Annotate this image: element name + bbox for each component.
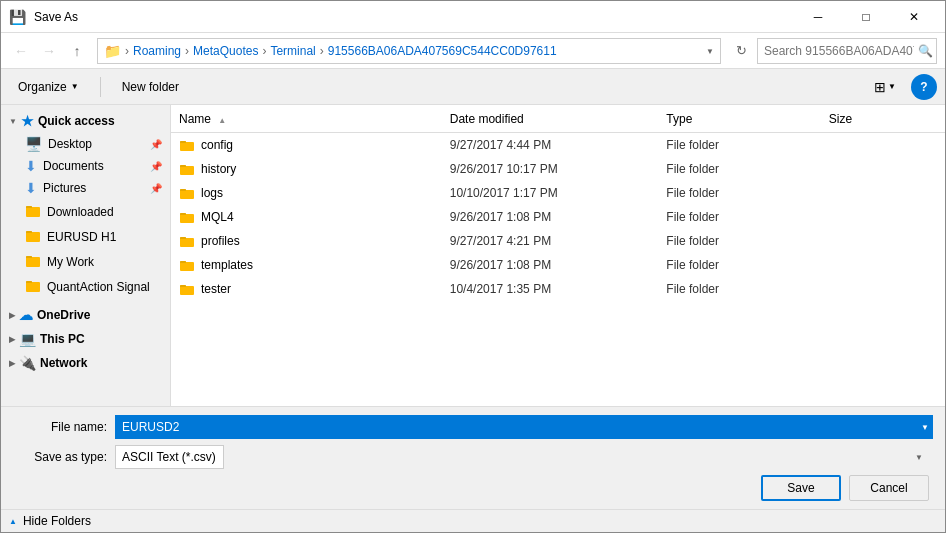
savetype-dropdown-icon (915, 453, 923, 462)
title-bar: 💾 Save As ─ □ ✕ (1, 1, 945, 33)
quick-access-star-icon: ★ (21, 113, 34, 129)
sidebar-section-network[interactable]: ▶ 🔌 Network (1, 351, 170, 375)
back-button[interactable]: ← (9, 39, 33, 63)
svg-rect-18 (180, 262, 194, 271)
my-work-label: My Work (47, 255, 94, 269)
quantaction-label: QuantAction Signal (47, 280, 150, 294)
svg-rect-1 (26, 206, 32, 208)
action-row: Save Cancel (17, 475, 929, 501)
search-input[interactable] (764, 44, 914, 58)
onedrive-chevron-icon: ▶ (9, 311, 15, 320)
desktop-label: Desktop (48, 137, 92, 151)
quick-access-chevron-icon: ▼ (9, 117, 17, 126)
file-row[interactable]: history 9/26/2017 10:17 PM File folder (171, 157, 945, 181)
svg-rect-7 (26, 281, 32, 283)
folder-icon (179, 137, 195, 153)
pictures-label: Pictures (43, 181, 86, 195)
sidebar-item-my-work[interactable]: My Work (1, 249, 170, 274)
view-button[interactable]: ⊞ ▼ (867, 74, 903, 100)
svg-rect-8 (180, 142, 194, 151)
maximize-button[interactable]: □ (843, 2, 889, 32)
svg-rect-3 (26, 231, 32, 233)
file-area: Name ▲ Date modified Type Size (171, 105, 945, 406)
svg-rect-0 (26, 207, 40, 217)
documents-folder-icon: ⬇ (25, 158, 37, 174)
file-list: config 9/27/2017 4:44 PM File folder his… (171, 133, 945, 406)
sidebar-item-documents[interactable]: ⬇ Documents 📌 (1, 155, 170, 177)
column-type-header[interactable]: Type (666, 112, 828, 126)
eurusd-label: EURUSD H1 (47, 230, 116, 244)
svg-rect-13 (180, 189, 186, 191)
breadcrumb-metaquotes[interactable]: MetaQuotes (193, 44, 258, 58)
column-date-header[interactable]: Date modified (450, 112, 667, 126)
file-row[interactable]: templates 9/26/2017 1:08 PM File folder (171, 253, 945, 277)
folder-icon (179, 185, 195, 201)
help-button[interactable]: ? (911, 74, 937, 100)
svg-rect-14 (180, 214, 194, 223)
svg-rect-6 (26, 282, 40, 292)
folder-icon (179, 161, 195, 177)
file-row[interactable]: config 9/27/2017 4:44 PM File folder (171, 133, 945, 157)
hide-folders-chevron-icon: ▲ (9, 517, 17, 526)
refresh-button[interactable]: ↻ (729, 38, 753, 64)
up-button[interactable]: ↑ (65, 39, 89, 63)
search-box: 🔍 (757, 38, 937, 64)
column-name-header[interactable]: Name ▲ (179, 112, 450, 126)
file-row[interactable]: profiles 9/27/2017 4:21 PM File folder (171, 229, 945, 253)
downloaded-folder-icon (25, 202, 41, 221)
column-size-header[interactable]: Size (829, 112, 937, 126)
sidebar-section-this-pc[interactable]: ▶ 💻 This PC (1, 327, 170, 351)
organize-button[interactable]: Organize ▼ (9, 74, 88, 100)
documents-label: Documents (43, 159, 104, 173)
filename-label: File name: (17, 420, 107, 434)
view-icon: ⊞ (874, 79, 886, 95)
organize-label: Organize (18, 80, 67, 94)
navigation-bar: ← → ↑ 📁 › Roaming › MetaQuotes › Termina… (1, 33, 945, 69)
sidebar-item-downloaded[interactable]: Downloaded (1, 199, 170, 224)
network-label: Network (40, 356, 87, 370)
cancel-button[interactable]: Cancel (849, 475, 929, 501)
sidebar-item-eurusd-h1[interactable]: EURUSD H1 (1, 224, 170, 249)
organize-chevron-icon: ▼ (71, 82, 79, 91)
file-row[interactable]: logs 10/10/2017 1:17 PM File folder (171, 181, 945, 205)
sidebar-section-onedrive[interactable]: ▶ ☁ OneDrive (1, 303, 170, 327)
onedrive-icon: ☁ (19, 307, 33, 323)
minimize-button[interactable]: ─ (795, 2, 841, 32)
folder-icon (179, 281, 195, 297)
breadcrumb-roaming[interactable]: Roaming (133, 44, 181, 58)
hide-folders-row[interactable]: ▲ Hide Folders (1, 509, 945, 532)
svg-rect-21 (180, 285, 186, 287)
savetype-wrapper: ASCII Text (*.csv) CSV (*.csv) All Files… (115, 445, 929, 469)
file-list-header: Name ▲ Date modified Type Size (171, 105, 945, 133)
window-icon: 💾 (9, 9, 26, 25)
breadcrumb-terminal[interactable]: Terminal (270, 44, 315, 58)
this-pc-label: This PC (40, 332, 85, 346)
svg-rect-9 (180, 141, 186, 143)
desktop-folder-icon: 🖥️ (25, 136, 42, 152)
svg-rect-20 (180, 286, 194, 295)
sidebar-section-quick-access[interactable]: ▼ ★ Quick access (1, 109, 170, 133)
sidebar-item-pictures[interactable]: ⬇ Pictures 📌 (1, 177, 170, 199)
sidebar-item-desktop[interactable]: 🖥️ Desktop 📌 (1, 133, 170, 155)
savetype-select[interactable]: ASCII Text (*.csv) CSV (*.csv) All Files… (115, 445, 224, 469)
documents-pin-icon: 📌 (150, 161, 162, 172)
savetype-label: Save as type: (17, 450, 107, 464)
breadcrumb-hash[interactable]: 915566BA06ADA407569C544CC0D97611 (328, 44, 557, 58)
savetype-row: Save as type: ASCII Text (*.csv) CSV (*.… (17, 445, 929, 469)
sort-arrow-icon: ▲ (218, 116, 226, 125)
breadcrumb-dropdown-icon[interactable] (706, 45, 714, 56)
file-row[interactable]: MQL4 9/26/2017 1:08 PM File folder (171, 205, 945, 229)
sidebar-item-quantaction[interactable]: QuantAction Signal (1, 274, 170, 299)
file-row[interactable]: tester 10/4/2017 1:35 PM File folder (171, 277, 945, 301)
svg-rect-10 (180, 166, 194, 175)
network-chevron-icon: ▶ (9, 359, 15, 368)
new-folder-button[interactable]: New folder (113, 74, 188, 100)
filename-input[interactable] (115, 415, 933, 439)
save-button[interactable]: Save (761, 475, 841, 501)
breadcrumb-bar: 📁 › Roaming › MetaQuotes › Terminal › 91… (97, 38, 721, 64)
this-pc-icon: 💻 (19, 331, 36, 347)
quick-access-label: Quick access (38, 114, 115, 128)
network-icon: 🔌 (19, 355, 36, 371)
close-button[interactable]: ✕ (891, 2, 937, 32)
forward-button[interactable]: → (37, 39, 61, 63)
